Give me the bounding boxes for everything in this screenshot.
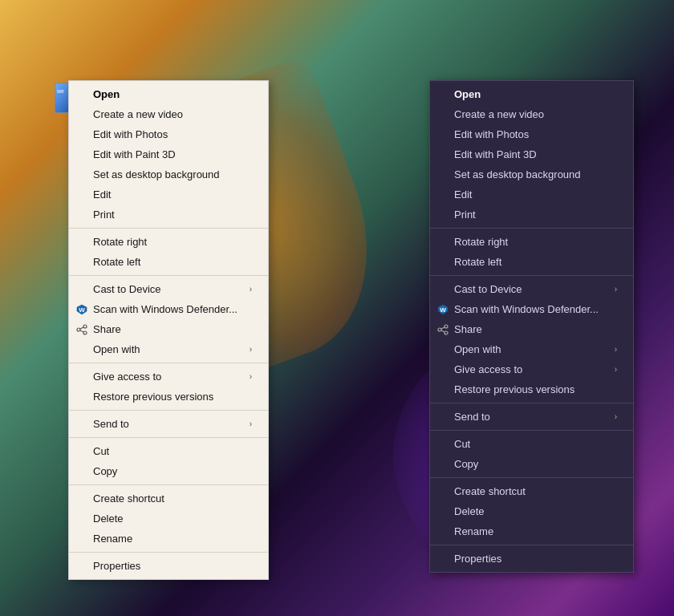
menu-item-give-access-dark[interactable]: Give access to › <box>430 359 633 379</box>
menu-label-edit-dark: Edit <box>454 188 472 201</box>
menu-label-give-access-light: Give access to <box>93 371 161 383</box>
menu-label-create-shortcut-dark: Create shortcut <box>454 485 526 497</box>
menu-label-print-light: Print <box>93 209 115 221</box>
separator-4-light <box>69 410 268 411</box>
svg-text:W: W <box>440 306 446 314</box>
defender-icon-dark: W <box>435 304 451 315</box>
menu-label-cut-dark: Cut <box>454 438 470 450</box>
menu-item-restore-light[interactable]: Restore previous versions <box>69 387 268 407</box>
menu-item-open-dark[interactable]: Open <box>430 84 633 104</box>
menu-item-rename-light[interactable]: Rename <box>69 529 268 549</box>
menu-item-desktop-bg-light[interactable]: Set as desktop background <box>69 164 268 184</box>
menu-item-copy-light[interactable]: Copy <box>69 461 268 481</box>
menu-label-desktop-bg-light: Set as desktop background <box>93 168 220 180</box>
menu-label-rotate-left-light: Rotate left <box>93 256 140 268</box>
menu-item-edit-paint3d-light[interactable]: Edit with Paint 3D <box>69 144 268 164</box>
menu-item-rotate-left-light[interactable]: Rotate left <box>69 252 268 272</box>
separator-1-dark <box>430 228 633 229</box>
menu-item-rename-dark[interactable]: Rename <box>430 521 633 541</box>
menu-item-open-light[interactable]: Open <box>69 84 268 104</box>
menu-item-give-access-light[interactable]: Give access to › <box>69 367 268 387</box>
menu-item-edit-photos-light[interactable]: Edit with Photos <box>69 124 268 144</box>
separator-4-dark <box>430 430 633 431</box>
menu-item-edit-light[interactable]: Edit <box>69 184 268 205</box>
menu-label-delete-dark: Delete <box>454 505 485 517</box>
menu-label-edit-photos-light: Edit with Photos <box>93 128 168 140</box>
menu-item-send-to-dark[interactable]: Send to › <box>430 407 633 427</box>
separator-6-light <box>69 484 268 485</box>
svg-point-4 <box>83 331 87 334</box>
menu-label-edit-paint3d-dark: Edit with Paint 3D <box>454 148 537 160</box>
dark-context-menu: Open Create a new video Edit with Photos… <box>429 80 634 573</box>
menu-item-cut-light[interactable]: Cut <box>69 441 268 461</box>
menu-item-properties-dark[interactable]: Properties <box>430 549 633 569</box>
menu-label-open-dark: Open <box>454 88 481 100</box>
svg-text:W: W <box>79 306 85 314</box>
chevron-send-to-dark: › <box>615 412 617 421</box>
menu-item-open-with-light[interactable]: Open with › <box>69 339 268 359</box>
menu-item-cast-light[interactable]: Cast to Device › <box>69 279 268 299</box>
menu-label-edit-photos-dark: Edit with Photos <box>454 128 529 140</box>
menu-label-edit-paint3d-light: Edit with Paint 3D <box>93 148 176 160</box>
menu-item-cut-dark[interactable]: Cut <box>430 434 633 454</box>
menu-item-create-shortcut-dark[interactable]: Create shortcut <box>430 481 633 501</box>
menu-label-share-light: Share <box>93 323 121 335</box>
menu-label-rotate-right-dark: Rotate right <box>454 236 508 248</box>
menu-item-defender-light[interactable]: W Scan with Windows Defender... <box>69 299 268 319</box>
menu-item-create-shortcut-light[interactable]: Create shortcut <box>69 488 268 509</box>
menu-label-rotate-right-light: Rotate right <box>93 236 147 248</box>
menu-label-delete-light: Delete <box>93 513 124 525</box>
menu-label-open-with-light: Open with <box>93 343 140 355</box>
menu-item-defender-dark[interactable]: W Scan with Windows Defender... <box>430 299 633 319</box>
menu-item-print-dark[interactable]: Print <box>430 205 633 225</box>
separator-3-dark <box>430 403 633 403</box>
menu-item-cast-dark[interactable]: Cast to Device › <box>430 279 633 299</box>
separator-7-light <box>69 552 268 553</box>
menu-label-create-video-light: Create a new video <box>93 108 183 120</box>
svg-line-12 <box>441 327 445 329</box>
menu-item-rotate-left-dark[interactable]: Rotate left <box>430 252 633 272</box>
menu-label-restore-light: Restore previous versions <box>93 391 213 403</box>
menu-item-create-video-light[interactable]: Create a new video <box>69 104 268 124</box>
menu-item-copy-dark[interactable]: Copy <box>430 454 633 474</box>
menu-item-edit-dark[interactable]: Edit <box>430 184 633 205</box>
menu-item-rotate-right-light[interactable]: Rotate right <box>69 232 268 252</box>
menu-label-create-video-dark: Create a new video <box>454 108 544 120</box>
menu-item-rotate-right-dark[interactable]: Rotate right <box>430 232 633 252</box>
menu-item-send-to-light[interactable]: Send to › <box>69 414 268 434</box>
separator-5-dark <box>430 477 633 478</box>
separator-2-dark <box>430 275 633 276</box>
separator-1-light <box>69 228 268 229</box>
menu-label-rename-dark: Rename <box>454 525 493 537</box>
menu-label-create-shortcut-light: Create shortcut <box>93 492 164 505</box>
chevron-send-to-light: › <box>250 419 252 428</box>
menu-label-give-access-dark: Give access to <box>454 363 522 375</box>
svg-line-6 <box>80 330 83 332</box>
menu-item-restore-dark[interactable]: Restore previous versions <box>430 379 633 399</box>
chevron-open-with-light: › <box>250 345 252 354</box>
menu-item-edit-paint3d-dark[interactable]: Edit with Paint 3D <box>430 144 633 164</box>
separator-3-light <box>69 363 268 363</box>
menu-label-restore-dark: Restore previous versions <box>454 383 575 395</box>
menu-item-open-with-dark[interactable]: Open with › <box>430 339 633 359</box>
menu-item-properties-light[interactable]: Properties <box>69 556 268 576</box>
menu-label-defender-dark: Scan with Windows Defender... <box>454 303 599 315</box>
light-context-menu: Open Create a new video Edit with Photos… <box>68 80 269 580</box>
menu-item-edit-photos-dark[interactable]: Edit with Photos <box>430 124 633 144</box>
menu-item-delete-dark[interactable]: Delete <box>430 501 633 521</box>
menu-label-cast-dark: Cast to Device <box>454 283 522 295</box>
share-icon-light <box>74 324 90 335</box>
menu-item-share-light[interactable]: Share <box>69 319 268 339</box>
svg-point-2 <box>83 325 87 328</box>
menu-label-cut-light: Cut <box>93 445 109 457</box>
menu-item-delete-light[interactable]: Delete <box>69 509 268 529</box>
menu-label-copy-light: Copy <box>93 465 117 477</box>
menu-item-create-video-dark[interactable]: Create a new video <box>430 104 633 124</box>
menu-label-edit-light: Edit <box>93 188 111 201</box>
menu-item-print-light[interactable]: Print <box>69 205 268 225</box>
menu-item-share-dark[interactable]: Share <box>430 319 633 339</box>
separator-2-light <box>69 275 268 276</box>
svg-line-13 <box>441 330 445 332</box>
svg-point-11 <box>445 331 448 334</box>
menu-item-desktop-bg-dark[interactable]: Set as desktop background <box>430 164 633 184</box>
